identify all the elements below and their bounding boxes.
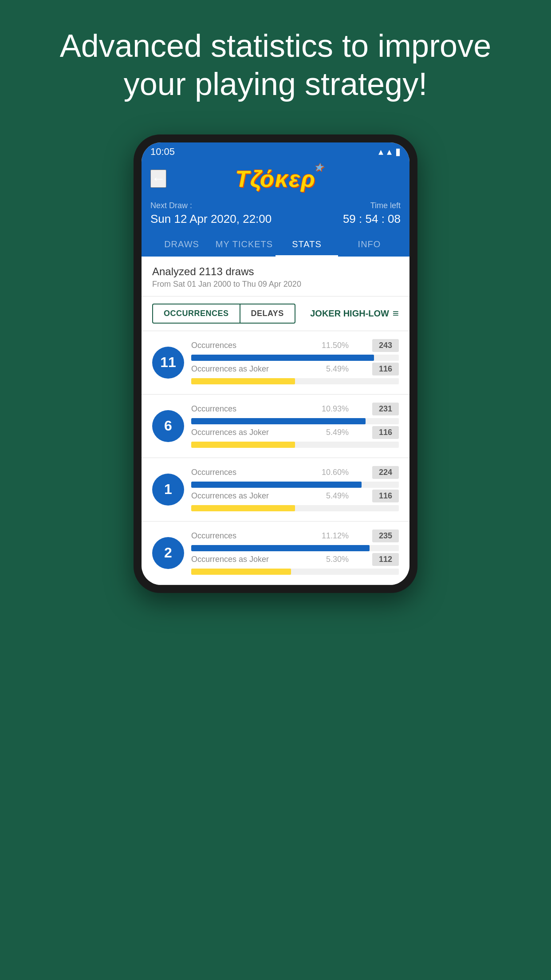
filter-occurrences-button[interactable]: OCCURRENCES bbox=[152, 304, 240, 324]
joker-pct: 5.49% bbox=[309, 364, 349, 374]
joker-pct: 5.49% bbox=[309, 428, 349, 437]
logo-star-icon: ★ bbox=[314, 162, 324, 174]
analyzed-subtitle: From Sat 01 Jan 2000 to Thu 09 Apr 2020 bbox=[152, 280, 399, 289]
joker-bar-fill bbox=[191, 505, 295, 511]
back-button[interactable]: ← bbox=[150, 170, 166, 188]
joker-pct: 5.49% bbox=[309, 491, 349, 501]
wifi-icon: ▴ bbox=[378, 146, 383, 158]
number-circle: 2 bbox=[152, 537, 184, 569]
occurrences-info-row: Occurrences 11.12% 235 bbox=[191, 530, 399, 542]
filter-delays-button[interactable]: DELAYS bbox=[240, 304, 295, 324]
number-circle: 11 bbox=[152, 347, 184, 379]
status-time: 10:05 bbox=[150, 146, 175, 158]
occurrences-label: Occurrences bbox=[191, 531, 289, 541]
stats-bars: Occurrences 11.12% 235 Occurrences as Jo… bbox=[191, 530, 399, 577]
app-header: ← Τζόκερ ★ Next Draw : Sun 12 Apr 2020, … bbox=[142, 161, 409, 257]
joker-bar-track bbox=[191, 378, 399, 384]
time-left-section: Time left 59 : 54 : 08 bbox=[343, 201, 401, 226]
analyzed-title: Analyzed 2113 draws bbox=[152, 265, 399, 278]
occurrences-label: Occurrences bbox=[191, 341, 289, 350]
phone-outer: 10:05 ▴ ▴ ▮ ← Τζόκερ ★ bbox=[134, 134, 417, 593]
next-draw-section: Next Draw : Sun 12 Apr 2020, 22:00 Time … bbox=[150, 197, 401, 232]
content: Analyzed 2113 draws From Sat 01 Jan 2000… bbox=[142, 257, 409, 585]
phone-wrapper: 10:05 ▴ ▴ ▮ ← Τζόκερ ★ bbox=[134, 134, 417, 593]
joker-label: Occurrences as Joker bbox=[191, 364, 289, 374]
joker-info-row: Occurrences as Joker 5.49% 116 bbox=[191, 426, 399, 439]
sort-button[interactable]: JOKER HIGH-LOW ≡ bbox=[310, 307, 399, 320]
occurrences-bar-fill bbox=[191, 545, 370, 551]
occurrences-bar-fill bbox=[191, 482, 362, 488]
header-top: ← Τζόκερ ★ bbox=[150, 166, 401, 197]
next-draw-info: Next Draw : Sun 12 Apr 2020, 22:00 bbox=[150, 201, 272, 226]
stats-bars: Occurrences 10.93% 231 Occurrences as Jo… bbox=[191, 403, 399, 450]
joker-value: 116 bbox=[372, 363, 399, 375]
occurrences-info-row: Occurrences 11.50% 243 bbox=[191, 339, 399, 352]
occurrences-value: 231 bbox=[372, 403, 399, 415]
occurrences-label: Occurrences bbox=[191, 468, 289, 477]
occurrences-bar-track bbox=[191, 482, 399, 488]
joker-bar-fill bbox=[191, 378, 295, 384]
phone-screen: 10:05 ▴ ▴ ▮ ← Τζόκερ ★ bbox=[142, 142, 409, 585]
occurrences-bar-fill bbox=[191, 355, 374, 361]
tabs: DRAWS MY TICKETS STATS INFO bbox=[150, 232, 401, 257]
logo: Τζόκερ ★ bbox=[235, 166, 315, 192]
joker-label: Occurrences as Joker bbox=[191, 555, 289, 564]
occurrences-value: 224 bbox=[372, 466, 399, 479]
joker-info-row: Occurrences as Joker 5.30% 112 bbox=[191, 553, 399, 566]
occurrences-label: Occurrences bbox=[191, 404, 289, 414]
occurrences-pct: 10.93% bbox=[309, 404, 349, 414]
status-icons: ▴ ▴ ▮ bbox=[378, 146, 401, 158]
next-draw-label: Next Draw : bbox=[150, 201, 272, 210]
analyzed-section: Analyzed 2113 draws From Sat 01 Jan 2000… bbox=[142, 257, 409, 296]
stats-rows-container: 11 Occurrences 11.50% 243 Occurrences as… bbox=[142, 331, 409, 585]
number-circle: 6 bbox=[152, 410, 184, 442]
page-header: Advanced statistics to improve your play… bbox=[0, 0, 551, 121]
joker-bar-track bbox=[191, 569, 399, 575]
page-headline: Advanced statistics to improve your play… bbox=[35, 27, 516, 103]
joker-value: 116 bbox=[372, 490, 399, 502]
tab-stats[interactable]: STATS bbox=[276, 232, 338, 257]
joker-info-row: Occurrences as Joker 5.49% 116 bbox=[191, 490, 399, 502]
occurrences-bar-track bbox=[191, 545, 399, 551]
occurrences-pct: 10.60% bbox=[309, 468, 349, 477]
stats-bars: Occurrences 11.50% 243 Occurrences as Jo… bbox=[191, 339, 399, 386]
joker-value: 116 bbox=[372, 426, 399, 439]
stats-row: 1 Occurrences 10.60% 224 Occurrences as … bbox=[142, 458, 409, 522]
joker-bar-fill bbox=[191, 569, 291, 575]
filter-buttons: OCCURRENCES DELAYS bbox=[152, 304, 295, 324]
joker-info-row: Occurrences as Joker 5.49% 116 bbox=[191, 363, 399, 375]
occurrences-value: 243 bbox=[372, 339, 399, 352]
tab-info[interactable]: INFO bbox=[338, 232, 401, 257]
joker-pct: 5.30% bbox=[309, 555, 349, 564]
signal-icon: ▴ bbox=[387, 146, 392, 158]
occurrences-bar-track bbox=[191, 418, 399, 424]
stats-row: 11 Occurrences 11.50% 243 Occurrences as… bbox=[142, 331, 409, 395]
time-left-value: 59 : 54 : 08 bbox=[343, 212, 401, 226]
tab-draws[interactable]: DRAWS bbox=[150, 232, 213, 257]
occurrences-info-row: Occurrences 10.60% 224 bbox=[191, 466, 399, 479]
joker-bar-fill bbox=[191, 442, 295, 448]
stats-row: 6 Occurrences 10.93% 231 Occurrences as … bbox=[142, 395, 409, 458]
stats-row: 2 Occurrences 11.12% 235 Occurrences as … bbox=[142, 522, 409, 585]
joker-bar-track bbox=[191, 442, 399, 448]
occurrences-bar-fill bbox=[191, 418, 366, 424]
occurrences-info-row: Occurrences 10.93% 231 bbox=[191, 403, 399, 415]
occurrences-bar-track bbox=[191, 355, 399, 361]
status-bar: 10:05 ▴ ▴ ▮ bbox=[142, 142, 409, 161]
joker-bar-track bbox=[191, 505, 399, 511]
filter-row: OCCURRENCES DELAYS JOKER HIGH-LOW ≡ bbox=[142, 296, 409, 331]
joker-label: Occurrences as Joker bbox=[191, 491, 289, 501]
occurrences-pct: 11.12% bbox=[309, 531, 349, 541]
joker-label: Occurrences as Joker bbox=[191, 428, 289, 437]
joker-value: 112 bbox=[372, 553, 399, 566]
stats-bars: Occurrences 10.60% 224 Occurrences as Jo… bbox=[191, 466, 399, 513]
occurrences-value: 235 bbox=[372, 530, 399, 542]
number-circle: 1 bbox=[152, 474, 184, 506]
tab-my-tickets[interactable]: MY TICKETS bbox=[213, 232, 276, 257]
battery-icon: ▮ bbox=[395, 146, 401, 158]
time-left-label: Time left bbox=[343, 201, 401, 210]
occurrences-pct: 11.50% bbox=[309, 341, 349, 350]
sort-icon: ≡ bbox=[393, 307, 399, 320]
next-draw-date: Sun 12 Apr 2020, 22:00 bbox=[150, 212, 272, 226]
